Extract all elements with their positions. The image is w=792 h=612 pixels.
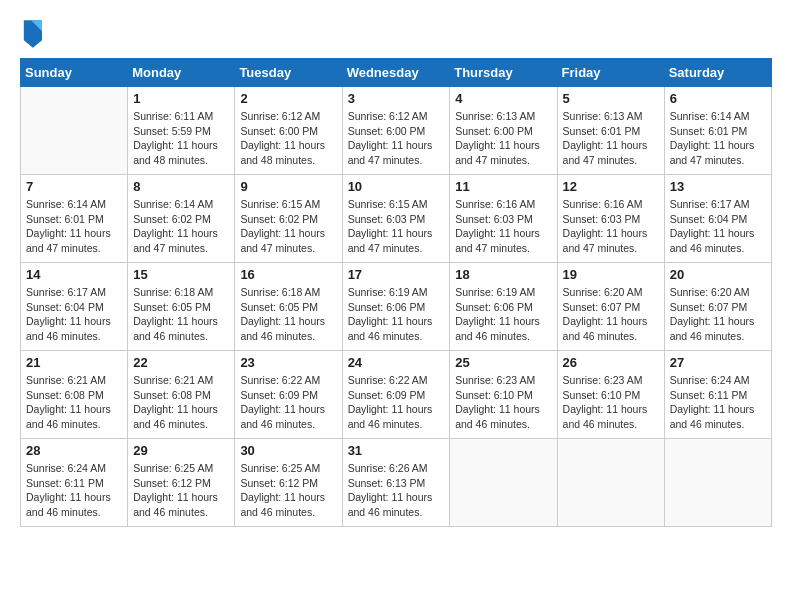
- calendar-cell: 2Sunrise: 6:12 AM Sunset: 6:00 PM Daylig…: [235, 87, 342, 175]
- day-number: 25: [455, 355, 551, 370]
- calendar-cell: 13Sunrise: 6:17 AM Sunset: 6:04 PM Dayli…: [664, 175, 771, 263]
- day-info: Sunrise: 6:25 AM Sunset: 6:12 PM Dayligh…: [133, 461, 229, 520]
- day-number: 20: [670, 267, 766, 282]
- day-number: 21: [26, 355, 122, 370]
- day-info: Sunrise: 6:13 AM Sunset: 6:00 PM Dayligh…: [455, 109, 551, 168]
- day-info: Sunrise: 6:19 AM Sunset: 6:06 PM Dayligh…: [348, 285, 445, 344]
- day-number: 26: [563, 355, 659, 370]
- day-info: Sunrise: 6:13 AM Sunset: 6:01 PM Dayligh…: [563, 109, 659, 168]
- calendar-cell: 28Sunrise: 6:24 AM Sunset: 6:11 PM Dayli…: [21, 439, 128, 527]
- calendar-cell: 5Sunrise: 6:13 AM Sunset: 6:01 PM Daylig…: [557, 87, 664, 175]
- day-number: 15: [133, 267, 229, 282]
- day-number: 10: [348, 179, 445, 194]
- day-info: Sunrise: 6:17 AM Sunset: 6:04 PM Dayligh…: [26, 285, 122, 344]
- day-number: 2: [240, 91, 336, 106]
- day-number: 30: [240, 443, 336, 458]
- day-info: Sunrise: 6:18 AM Sunset: 6:05 PM Dayligh…: [240, 285, 336, 344]
- day-info: Sunrise: 6:21 AM Sunset: 6:08 PM Dayligh…: [26, 373, 122, 432]
- day-number: 27: [670, 355, 766, 370]
- day-info: Sunrise: 6:23 AM Sunset: 6:10 PM Dayligh…: [455, 373, 551, 432]
- weekday-header-tuesday: Tuesday: [235, 59, 342, 87]
- logo: [20, 20, 48, 48]
- day-number: 24: [348, 355, 445, 370]
- day-number: 16: [240, 267, 336, 282]
- weekday-header-row: SundayMondayTuesdayWednesdayThursdayFrid…: [21, 59, 772, 87]
- day-info: Sunrise: 6:26 AM Sunset: 6:13 PM Dayligh…: [348, 461, 445, 520]
- day-info: Sunrise: 6:22 AM Sunset: 6:09 PM Dayligh…: [240, 373, 336, 432]
- day-info: Sunrise: 6:20 AM Sunset: 6:07 PM Dayligh…: [563, 285, 659, 344]
- calendar-cell: 4Sunrise: 6:13 AM Sunset: 6:00 PM Daylig…: [450, 87, 557, 175]
- calendar-cell: 18Sunrise: 6:19 AM Sunset: 6:06 PM Dayli…: [450, 263, 557, 351]
- day-info: Sunrise: 6:25 AM Sunset: 6:12 PM Dayligh…: [240, 461, 336, 520]
- day-info: Sunrise: 6:20 AM Sunset: 6:07 PM Dayligh…: [670, 285, 766, 344]
- day-info: Sunrise: 6:14 AM Sunset: 6:02 PM Dayligh…: [133, 197, 229, 256]
- day-info: Sunrise: 6:22 AM Sunset: 6:09 PM Dayligh…: [348, 373, 445, 432]
- calendar-cell: 23Sunrise: 6:22 AM Sunset: 6:09 PM Dayli…: [235, 351, 342, 439]
- calendar-cell: 3Sunrise: 6:12 AM Sunset: 6:00 PM Daylig…: [342, 87, 450, 175]
- weekday-header-sunday: Sunday: [21, 59, 128, 87]
- day-info: Sunrise: 6:12 AM Sunset: 6:00 PM Dayligh…: [240, 109, 336, 168]
- day-number: 11: [455, 179, 551, 194]
- day-info: Sunrise: 6:24 AM Sunset: 6:11 PM Dayligh…: [670, 373, 766, 432]
- calendar-table: SundayMondayTuesdayWednesdayThursdayFrid…: [20, 58, 772, 527]
- calendar-cell: 22Sunrise: 6:21 AM Sunset: 6:08 PM Dayli…: [128, 351, 235, 439]
- calendar-cell: 12Sunrise: 6:16 AM Sunset: 6:03 PM Dayli…: [557, 175, 664, 263]
- calendar-cell: 29Sunrise: 6:25 AM Sunset: 6:12 PM Dayli…: [128, 439, 235, 527]
- day-info: Sunrise: 6:23 AM Sunset: 6:10 PM Dayligh…: [563, 373, 659, 432]
- calendar-cell: 14Sunrise: 6:17 AM Sunset: 6:04 PM Dayli…: [21, 263, 128, 351]
- day-info: Sunrise: 6:12 AM Sunset: 6:00 PM Dayligh…: [348, 109, 445, 168]
- day-number: 5: [563, 91, 659, 106]
- calendar-week-row: 1Sunrise: 6:11 AM Sunset: 5:59 PM Daylig…: [21, 87, 772, 175]
- day-number: 29: [133, 443, 229, 458]
- day-info: Sunrise: 6:15 AM Sunset: 6:02 PM Dayligh…: [240, 197, 336, 256]
- weekday-header-friday: Friday: [557, 59, 664, 87]
- day-info: Sunrise: 6:18 AM Sunset: 6:05 PM Dayligh…: [133, 285, 229, 344]
- calendar-cell: 1Sunrise: 6:11 AM Sunset: 5:59 PM Daylig…: [128, 87, 235, 175]
- day-number: 23: [240, 355, 336, 370]
- calendar-cell: 24Sunrise: 6:22 AM Sunset: 6:09 PM Dayli…: [342, 351, 450, 439]
- calendar-body: 1Sunrise: 6:11 AM Sunset: 5:59 PM Daylig…: [21, 87, 772, 527]
- day-info: Sunrise: 6:16 AM Sunset: 6:03 PM Dayligh…: [455, 197, 551, 256]
- day-info: Sunrise: 6:16 AM Sunset: 6:03 PM Dayligh…: [563, 197, 659, 256]
- day-number: 14: [26, 267, 122, 282]
- day-info: Sunrise: 6:14 AM Sunset: 6:01 PM Dayligh…: [670, 109, 766, 168]
- day-number: 18: [455, 267, 551, 282]
- calendar-cell: 9Sunrise: 6:15 AM Sunset: 6:02 PM Daylig…: [235, 175, 342, 263]
- calendar-cell: [557, 439, 664, 527]
- calendar-cell: 19Sunrise: 6:20 AM Sunset: 6:07 PM Dayli…: [557, 263, 664, 351]
- day-number: 3: [348, 91, 445, 106]
- generalblue-logo-icon: [22, 20, 42, 48]
- calendar-cell: 20Sunrise: 6:20 AM Sunset: 6:07 PM Dayli…: [664, 263, 771, 351]
- day-number: 13: [670, 179, 766, 194]
- calendar-cell: 30Sunrise: 6:25 AM Sunset: 6:12 PM Dayli…: [235, 439, 342, 527]
- day-number: 28: [26, 443, 122, 458]
- day-info: Sunrise: 6:19 AM Sunset: 6:06 PM Dayligh…: [455, 285, 551, 344]
- day-info: Sunrise: 6:14 AM Sunset: 6:01 PM Dayligh…: [26, 197, 122, 256]
- day-number: 7: [26, 179, 122, 194]
- day-info: Sunrise: 6:21 AM Sunset: 6:08 PM Dayligh…: [133, 373, 229, 432]
- weekday-header-wednesday: Wednesday: [342, 59, 450, 87]
- calendar-cell: [21, 87, 128, 175]
- day-number: 17: [348, 267, 445, 282]
- calendar-cell: 27Sunrise: 6:24 AM Sunset: 6:11 PM Dayli…: [664, 351, 771, 439]
- calendar-cell: 10Sunrise: 6:15 AM Sunset: 6:03 PM Dayli…: [342, 175, 450, 263]
- day-info: Sunrise: 6:17 AM Sunset: 6:04 PM Dayligh…: [670, 197, 766, 256]
- calendar-cell: 11Sunrise: 6:16 AM Sunset: 6:03 PM Dayli…: [450, 175, 557, 263]
- calendar-cell: 7Sunrise: 6:14 AM Sunset: 6:01 PM Daylig…: [21, 175, 128, 263]
- calendar-cell: 15Sunrise: 6:18 AM Sunset: 6:05 PM Dayli…: [128, 263, 235, 351]
- calendar-cell: 31Sunrise: 6:26 AM Sunset: 6:13 PM Dayli…: [342, 439, 450, 527]
- day-number: 8: [133, 179, 229, 194]
- calendar-cell: 25Sunrise: 6:23 AM Sunset: 6:10 PM Dayli…: [450, 351, 557, 439]
- day-number: 6: [670, 91, 766, 106]
- page-header: [20, 20, 772, 48]
- calendar-cell: [450, 439, 557, 527]
- calendar-header: SundayMondayTuesdayWednesdayThursdayFrid…: [21, 59, 772, 87]
- calendar-week-row: 14Sunrise: 6:17 AM Sunset: 6:04 PM Dayli…: [21, 263, 772, 351]
- calendar-cell: [664, 439, 771, 527]
- calendar-week-row: 7Sunrise: 6:14 AM Sunset: 6:01 PM Daylig…: [21, 175, 772, 263]
- calendar-cell: 26Sunrise: 6:23 AM Sunset: 6:10 PM Dayli…: [557, 351, 664, 439]
- day-number: 12: [563, 179, 659, 194]
- day-info: Sunrise: 6:24 AM Sunset: 6:11 PM Dayligh…: [26, 461, 122, 520]
- day-info: Sunrise: 6:15 AM Sunset: 6:03 PM Dayligh…: [348, 197, 445, 256]
- weekday-header-monday: Monday: [128, 59, 235, 87]
